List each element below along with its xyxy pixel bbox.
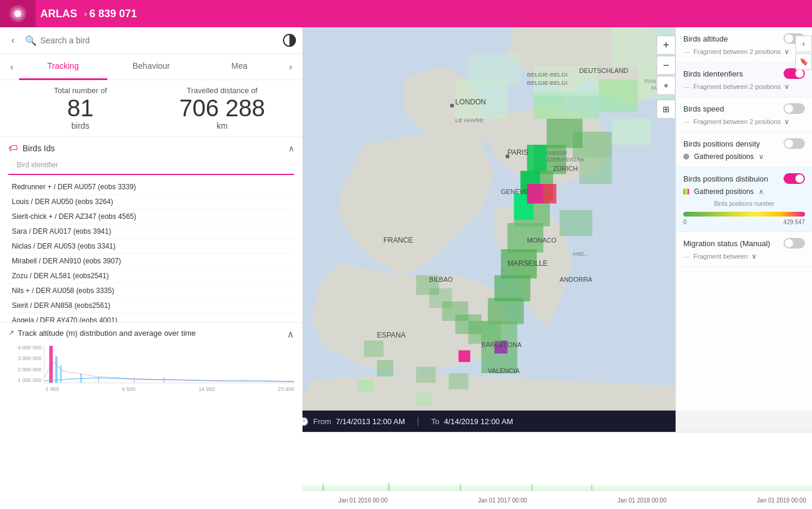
- bird-list-item[interactable]: Angela / DER AY470 (eobs 4001): [8, 313, 294, 322]
- bird-list-item[interactable]: Niclas / DER AU053 (eobs 3341): [8, 239, 294, 254]
- bird-list-item[interactable]: Sierit-chick + / DER AZ347 (eobs 4565): [8, 209, 294, 224]
- right-section-speed: Birds speed — Fragment between 2 positio…: [676, 97, 812, 132]
- altitude-expand-icon[interactable]: ↗: [8, 329, 14, 337]
- svg-rect-33: [514, 194, 534, 220]
- svg-rect-41: [429, 288, 453, 308]
- chart-x-labels: -1 950 6 500 14 950 23 400: [44, 383, 294, 395]
- y-label-3: 3 000 000: [8, 355, 44, 361]
- right-density-title: Birds positions density: [683, 139, 760, 148]
- tab-next-button[interactable]: ›: [284, 60, 298, 74]
- density-gathered-label: Gathered positions: [694, 152, 754, 161]
- reset-north-button[interactable]: ⌖: [657, 76, 676, 95]
- search-input[interactable]: [40, 36, 281, 45]
- time-to: To 4/14/2019 12:00 AM: [431, 417, 513, 426]
- svg-point-2: [14, 10, 21, 17]
- svg-rect-45: [579, 158, 612, 184]
- migration-line-icon: —: [683, 253, 690, 260]
- svg-rect-96: [591, 485, 593, 491]
- svg-text:VALENCIA: VALENCIA: [488, 367, 520, 374]
- bird-list-item[interactable]: Sierit / DER AN858 (eobs2561): [8, 298, 294, 313]
- svg-text:•: •: [501, 267, 504, 273]
- density-toggle[interactable]: [784, 138, 805, 149]
- topbar-count: 6 839 071: [90, 8, 137, 20]
- svg-text:SUISSE/: SUISSE/: [547, 149, 568, 155]
- svg-text:BELGIE-BELGI: BELGIE-BELGI: [527, 71, 568, 77]
- svg-text:LE HAVRE: LE HAVRE: [456, 117, 485, 123]
- tab-tracking[interactable]: Tracking: [19, 54, 107, 80]
- bird-list-item[interactable]: Louis / DER AU050 (eobs 3264): [8, 195, 294, 209]
- y-label-4: 4 000 000: [8, 345, 44, 351]
- svg-rect-13: [599, 79, 638, 112]
- svg-rect-35: [543, 184, 556, 203]
- svg-rect-26: [501, 249, 537, 279]
- tl-x-4: Jan 01 2017 00:00: [478, 497, 527, 504]
- altitude-line-icon: —: [683, 48, 690, 55]
- altitude-expand-btn[interactable]: ∨: [784, 47, 789, 56]
- altitude-sub-label: Fragment between 2 positions: [693, 48, 781, 55]
- svg-text:BILBAO: BILBAO: [429, 276, 453, 283]
- bookmark-button[interactable]: 🔖: [795, 53, 812, 70]
- density-expand-btn[interactable]: ∨: [759, 152, 764, 161]
- bird-list-item[interactable]: Nils + / DER AU058 (eobs 3335): [8, 284, 294, 298]
- migration-toggle[interactable]: [784, 238, 805, 249]
- bird-list-item[interactable]: Zozu / DER AL581 (eobs2541): [8, 269, 294, 284]
- layers-button[interactable]: ⊞: [657, 100, 676, 119]
- app-logo[interactable]: [0, 0, 36, 27]
- x-label-3: 14 950: [199, 386, 215, 392]
- svg-text:ZZERA/SVIZRA: ZZERA/SVIZRA: [547, 157, 584, 163]
- identifiers-expand-btn[interactable]: ∨: [784, 82, 789, 91]
- y-label-2: 2 000 000: [8, 367, 44, 373]
- svg-rect-28: [488, 298, 524, 325]
- search-bar: ‹ 🔍: [0, 27, 302, 54]
- birds-ids-header[interactable]: 🏷 Birds Ids ∧: [0, 137, 302, 160]
- right-altitude-title: Birds altitude: [683, 34, 728, 43]
- right-migration-title: Migration status (Manual): [683, 239, 770, 248]
- svg-text:AND...: AND...: [573, 251, 588, 257]
- distribution-toggle[interactable]: [784, 173, 805, 184]
- display-toggle-button[interactable]: [281, 32, 298, 49]
- tl-x-6: Jan 01 2019 00:00: [757, 497, 806, 504]
- svg-rect-42: [416, 275, 440, 295]
- tl-x-3: Jan 01 2016 00:00: [338, 497, 387, 504]
- x-label-1: -1 950: [44, 386, 59, 392]
- right-panel: Birds altitude — Fragment between 2 posi…: [676, 27, 812, 432]
- stat-distance-label: Travelled distance of: [151, 86, 293, 95]
- distribution-gradient-label: Birds positions number: [683, 201, 805, 207]
- bird-list-item[interactable]: Redrunner + / DER AU057 (eobs 3339): [8, 180, 294, 195]
- chart-y-labels: 4 000 000 3 000 000 2 000 000 1 000 000: [8, 345, 44, 383]
- svg-rect-52: [416, 393, 433, 406]
- zoom-in-button[interactable]: +: [657, 36, 676, 55]
- gathered-dot-icon: [683, 154, 689, 160]
- time-from: 🕐 From 7/14/2013 12:00 AM: [299, 417, 405, 426]
- distribution-gathered-label: Gathered positions: [694, 187, 754, 196]
- svg-rect-27: [495, 275, 531, 301]
- collapse-button[interactable]: ‹: [795, 36, 812, 52]
- migration-expand-btn[interactable]: ∨: [752, 252, 757, 260]
- stats-row: Total number of 81 birds Travelled dista…: [0, 80, 302, 137]
- altitude-chevron-icon[interactable]: ∧: [287, 329, 294, 340]
- svg-text:ZÜRICH: ZÜRICH: [553, 165, 578, 172]
- left-panel: ‹ 🔍 ‹ Tracking Behaviour Mea › Total num…: [0, 27, 302, 509]
- bird-list-item[interactable]: Mirabell / DER AN910 (eobs 3907): [8, 254, 294, 269]
- migration-sub-row: — Fragment between ∨: [683, 252, 805, 260]
- distribution-expand-btn[interactable]: ∧: [759, 187, 764, 196]
- right-section-distribution: Birds positions distibuion Gathered posi…: [676, 167, 812, 232]
- zoom-out-button[interactable]: −: [657, 56, 676, 75]
- svg-text:MONACO: MONACO: [527, 237, 557, 244]
- tl-x-5: Jan 01 2018 00:00: [617, 497, 667, 504]
- topbar-arrow: ›: [82, 9, 90, 18]
- speed-expand-btn[interactable]: ∨: [784, 117, 789, 126]
- migration-sub-label: Fragment between: [693, 253, 748, 260]
- svg-rect-40: [442, 301, 469, 321]
- svg-rect-93: [389, 483, 390, 491]
- right-distribution-title: Birds positions distibuion: [683, 174, 768, 183]
- search-back-button[interactable]: ‹: [5, 32, 21, 49]
- svg-point-54: [450, 104, 454, 108]
- tab-mea[interactable]: Mea: [195, 54, 284, 80]
- tab-behaviour[interactable]: Behaviour: [107, 54, 196, 80]
- svg-rect-4: [55, 357, 58, 383]
- speed-toggle[interactable]: [784, 103, 805, 114]
- bird-list-item[interactable]: Sara / DER AU017 (eobs 3941): [8, 224, 294, 239]
- tab-prev-button[interactable]: ‹: [5, 60, 19, 74]
- search-icon: 🔍: [25, 35, 37, 46]
